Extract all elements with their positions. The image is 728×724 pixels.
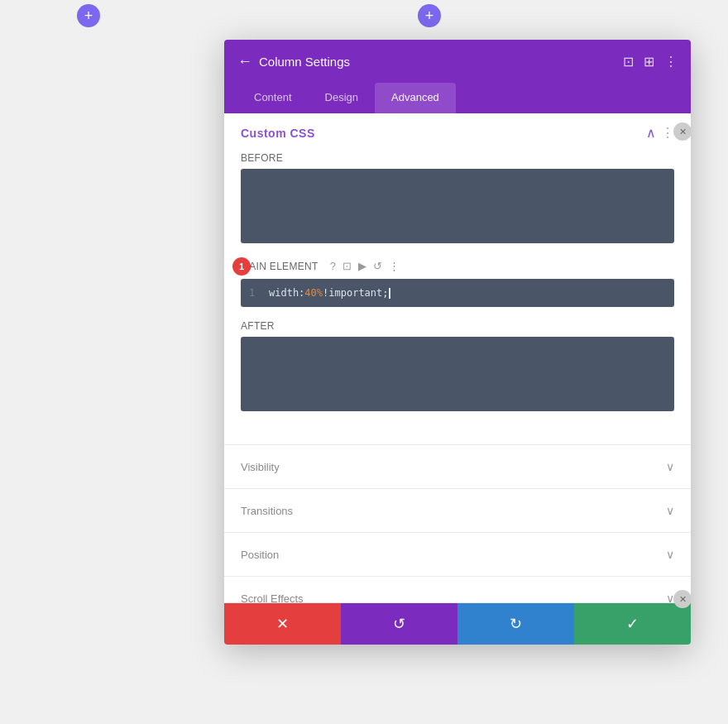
column-settings-modal: ← Column Settings ⊡ ⊞ ⋮ Content Design A… xyxy=(224,40,691,645)
after-textarea[interactable] xyxy=(241,337,674,411)
collapse-icon[interactable]: ∧ xyxy=(646,125,656,141)
redo-button[interactable]: ↻ xyxy=(457,603,574,645)
section-more-icon[interactable]: ⋮ xyxy=(661,125,674,141)
position-header[interactable]: Position ∨ xyxy=(224,533,691,576)
code-line-1: 1 width: 40% !important; xyxy=(241,285,674,300)
header-left: ← Column Settings xyxy=(237,53,350,70)
screen-icon[interactable]: ⊡ xyxy=(623,54,634,70)
more-icon[interactable]: ⋮ xyxy=(664,54,678,70)
modal-header: ← Column Settings ⊡ ⊞ ⋮ xyxy=(224,40,691,83)
tab-advanced[interactable]: Advanced xyxy=(375,83,456,113)
copy-icon[interactable]: ⊡ xyxy=(342,260,352,272)
visibility-title: Visibility xyxy=(241,461,280,473)
code-cursor xyxy=(389,288,390,299)
before-label: Before xyxy=(241,152,674,164)
modal-body: Custom CSS ∧ ⋮ Before 1 Main Element ? ⊡ xyxy=(224,113,691,603)
cursor-icon[interactable]: ▶ xyxy=(358,260,366,272)
main-element-header: 1 Main Element ? ⊡ ▶ ↺ ⋮ xyxy=(241,260,674,272)
plus-button-center[interactable]: + xyxy=(418,4,441,27)
scroll-effects-title: Scroll Effects xyxy=(241,592,304,604)
scroll-effects-header[interactable]: Scroll Effects ∨ xyxy=(224,577,691,603)
tab-design[interactable]: Design xyxy=(309,83,375,113)
transitions-chevron: ∨ xyxy=(666,504,674,517)
tab-content[interactable]: Content xyxy=(237,83,309,113)
cancel-button[interactable]: ✕ xyxy=(224,603,341,645)
main-element-label: Main Element xyxy=(241,261,318,272)
visibility-section: Visibility ∨ xyxy=(224,445,691,489)
more-options-icon[interactable]: ⋮ xyxy=(389,260,400,272)
section-header-icons: ∧ ⋮ xyxy=(646,125,674,141)
cancel-icon: ✕ xyxy=(276,615,289,633)
code-white: width: xyxy=(269,287,304,299)
section-title: Custom CSS xyxy=(241,127,315,140)
transitions-header[interactable]: Transitions ∨ xyxy=(224,489,691,532)
transitions-title: Transitions xyxy=(241,505,293,517)
header-icons: ⊡ ⊞ ⋮ xyxy=(623,54,678,70)
before-textarea[interactable] xyxy=(241,169,674,243)
save-icon: ✓ xyxy=(626,615,639,633)
close-x-top[interactable]: ✕ xyxy=(673,122,691,141)
modal-title: Column Settings xyxy=(259,55,350,69)
badge-1: 1 xyxy=(232,257,251,276)
custom-css-body: Before 1 Main Element ? ⊡ ▶ ↺ ⋮ xyxy=(224,152,691,444)
scroll-effects-section: Scroll Effects ∨ xyxy=(224,577,691,603)
redo-icon: ↻ xyxy=(510,615,522,633)
section-header: Custom CSS ∧ ⋮ xyxy=(224,113,691,152)
undo-button[interactable]: ↺ xyxy=(341,603,457,645)
line-number: 1 xyxy=(249,287,259,299)
plus-button-left[interactable]: + xyxy=(77,4,100,27)
after-label: After xyxy=(241,320,674,332)
code-orange: 40% xyxy=(304,287,323,299)
visibility-chevron: ∨ xyxy=(666,460,674,473)
layout-icon[interactable]: ⊞ xyxy=(644,54,654,70)
transitions-section: Transitions ∨ xyxy=(224,489,691,533)
modal-footer: ✕ ↺ ↻ ✓ xyxy=(224,603,691,645)
modal-tabs: Content Design Advanced xyxy=(224,83,691,113)
visibility-header[interactable]: Visibility ∨ xyxy=(224,445,691,488)
position-section: Position ∨ xyxy=(224,533,691,577)
custom-css-section: Custom CSS ∧ ⋮ Before 1 Main Element ? ⊡ xyxy=(224,113,691,445)
undo-icon: ↺ xyxy=(393,615,405,633)
position-title: Position xyxy=(241,549,279,561)
main-element-icons: ? ⊡ ▶ ↺ ⋮ xyxy=(330,260,400,272)
close-x-bottom[interactable]: ✕ xyxy=(673,590,691,608)
save-button[interactable]: ✓ xyxy=(574,603,691,645)
back-arrow-icon[interactable]: ← xyxy=(237,53,252,70)
code-green: !important; xyxy=(323,287,388,299)
position-chevron: ∨ xyxy=(666,548,674,561)
code-editor[interactable]: 1 width: 40% !important; xyxy=(241,279,674,307)
help-icon[interactable]: ? xyxy=(330,260,336,272)
reset-icon[interactable]: ↺ xyxy=(373,260,382,272)
